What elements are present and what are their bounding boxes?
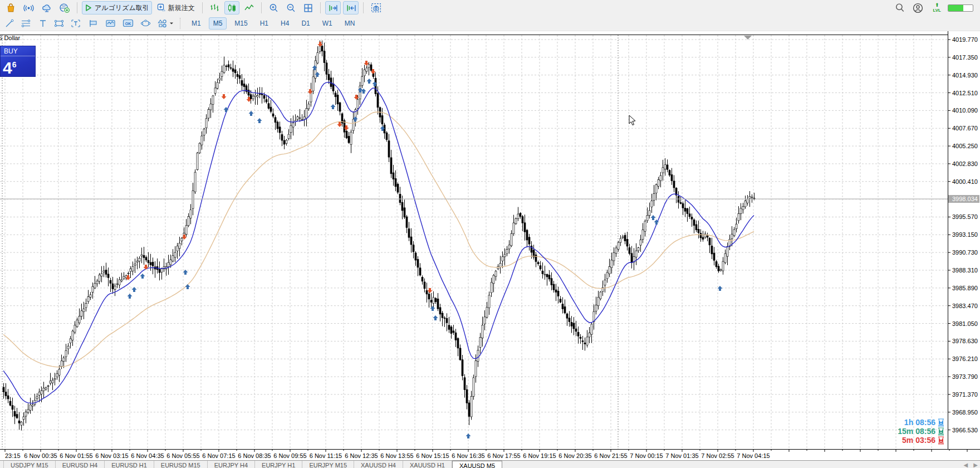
chart-line-button[interactable]: [242, 1, 257, 14]
rectangle-tool-icon: [54, 19, 64, 28]
shopping-bag-icon: [6, 3, 16, 13]
level-indicator[interactable]: ⬆ LVL: [933, 3, 941, 13]
auto-scroll-button[interactable]: [343, 1, 359, 14]
time-tick-label: 6 Nov 16:35: [452, 452, 484, 459]
timeframe-button-w1[interactable]: W1: [318, 17, 337, 30]
algo-trading-button[interactable]: アルゴリズム取引: [82, 1, 152, 14]
price-tick-label: 3983.470: [952, 303, 978, 309]
countdown-timeframe: 1h: [904, 418, 913, 427]
measure-tool-button[interactable]: [85, 17, 101, 30]
toolbar-separator: [363, 2, 364, 13]
chart-tab-xauusd-h4[interactable]: XAUUSD H4: [354, 461, 403, 468]
time-tick-label: 7 Nov 00:15: [630, 452, 663, 459]
price-chart-canvas[interactable]: 4019.7704017.3504014.9304012.5104010.090…: [0, 31, 980, 460]
timeframe-button-m1[interactable]: M1: [187, 17, 205, 30]
timeframe-button-mn[interactable]: MN: [340, 17, 360, 30]
chart-tab-xauusd-h1[interactable]: XAUUSD H1: [403, 461, 452, 468]
price-tick-label: 3968.950: [952, 409, 978, 416]
timeframe-button-d1[interactable]: D1: [297, 17, 314, 30]
chart-bars-button[interactable]: [207, 1, 222, 14]
chart-tab-eurusd-h1[interactable]: EURUSD H1: [105, 461, 154, 468]
tools-separator: [180, 18, 180, 29]
chart-tab-eurjpy-h1[interactable]: EURJPY H1: [255, 461, 302, 468]
indicator-wave-icon: [105, 19, 116, 28]
chart-tab-eurjpy-h4[interactable]: EURJPY H4: [208, 461, 255, 468]
tab-scroll-right-icon[interactable]: ▶: [973, 462, 978, 468]
search-button[interactable]: [892, 1, 908, 14]
price-tick-label: 3973.790: [952, 373, 978, 380]
account-button[interactable]: [910, 1, 926, 14]
vps-button[interactable]: [39, 1, 55, 14]
tile-windows-button[interactable]: [301, 1, 316, 14]
chart-tab-eurjpy-m15[interactable]: EURJPY M15: [302, 461, 354, 468]
one-click-buy-button[interactable]: BUY 46: [0, 46, 36, 77]
price-tick-label: 3981.050: [952, 320, 978, 327]
timeframe-button-h1[interactable]: H1: [256, 17, 273, 30]
chevron-down-icon: [169, 21, 174, 26]
chart-tab-eurusd-h4[interactable]: EURUSD H4: [56, 461, 105, 468]
text-tool-icon: [71, 19, 81, 28]
shapes-menu-button[interactable]: [155, 17, 177, 30]
market-button[interactable]: [3, 1, 18, 14]
cloud-icon: [42, 3, 52, 13]
chart-tab-eurusd-m15[interactable]: EURUSD M15: [154, 461, 208, 468]
signals-button[interactable]: [21, 1, 37, 14]
main-toolbar: アルゴリズム取引 新規注文: [0, 0, 980, 16]
chart-candles-button[interactable]: [224, 1, 239, 14]
new-order-button[interactable]: 新規注文: [154, 1, 198, 14]
price-tick-label: 3966.530: [952, 427, 978, 433]
price-tick-label: 3988.310: [952, 267, 978, 274]
price-tick-label: 4019.770: [952, 36, 978, 43]
timeframe-button-h4[interactable]: H4: [276, 17, 293, 30]
chart-shift-button[interactable]: [325, 1, 341, 14]
price-tick-label: 3976.210: [952, 355, 978, 362]
svg-text:OK: OK: [125, 22, 131, 26]
chart-window[interactable]: 4019.7704017.3504014.9304012.5104010.090…: [0, 31, 980, 460]
community-button[interactable]: [57, 1, 72, 14]
time-tick-label: 6 Nov 03:15: [95, 452, 128, 459]
ellipse-tool-icon: [140, 19, 151, 28]
timeframe-button-m5[interactable]: M5: [209, 17, 227, 30]
lines-tool-button[interactable]: [18, 17, 35, 30]
objects-ok-button[interactable]: OK: [120, 17, 136, 30]
indicators-button[interactable]: [102, 17, 119, 30]
text-tool-button[interactable]: [68, 17, 84, 30]
price-tick-label: 3985.890: [952, 285, 978, 291]
zoom-out-button[interactable]: [283, 1, 298, 14]
price-tick-label: 3990.730: [952, 249, 978, 256]
tile-windows-icon: [303, 3, 313, 13]
price-tick-label: 3995.570: [952, 213, 978, 220]
buy-price: 46: [1, 56, 35, 76]
time-tick-label: 7 Nov 04:15: [737, 452, 770, 459]
countdown-timeframe: 5m: [902, 436, 913, 445]
zoom-in-button[interactable]: [266, 1, 281, 14]
price-tick-label: 4002.830: [952, 160, 978, 167]
community-globe-icon: [60, 3, 70, 13]
tab-scroll-left-icon[interactable]: ◀: [964, 462, 968, 468]
vertical-line-tool-button[interactable]: [36, 17, 50, 30]
time-tick-label: 6 Nov 07:15: [202, 452, 235, 459]
time-tick-label: 23:15: [5, 452, 21, 459]
chart-tab-xauusd-m5[interactable]: XAUUSD M5: [452, 461, 502, 468]
auto-scroll-left-icon: [346, 3, 356, 13]
time-tick-label: 6 Nov 12:35: [345, 452, 378, 459]
price-tick-label: 4010.090: [952, 107, 978, 114]
time-tick-label: 6 Nov 05:55: [166, 452, 199, 459]
price-tick-label: 3993.150: [952, 231, 978, 238]
signals-icon: [23, 3, 34, 13]
timeframe-button-m15[interactable]: M15: [230, 17, 252, 30]
ok-button-icon: OK: [122, 19, 134, 27]
ellipse-tool-button[interactable]: [138, 17, 154, 30]
screenshot-button[interactable]: [368, 1, 384, 14]
chart-tab-usdjpy-m15[interactable]: USDJPY M15: [3, 461, 56, 468]
channel-tool-button[interactable]: [51, 17, 67, 30]
countdown-value: 03:56: [915, 436, 935, 445]
time-tick-label: 6 Nov 20:35: [558, 452, 591, 459]
chart-tabbar: USDJPY M15EURUSD H4EURUSD H1EURUSD M15EU…: [0, 460, 980, 468]
price-tick-label: 4012.510: [952, 90, 978, 96]
cursor-tool-button[interactable]: [2, 17, 17, 30]
countdown-timeframe: 15m: [898, 427, 913, 436]
hourglass-icon: [938, 427, 944, 436]
tab-scroll-controls: ◀ ▶: [964, 462, 978, 468]
countdown-row-1h: 1h08:56: [898, 418, 944, 427]
